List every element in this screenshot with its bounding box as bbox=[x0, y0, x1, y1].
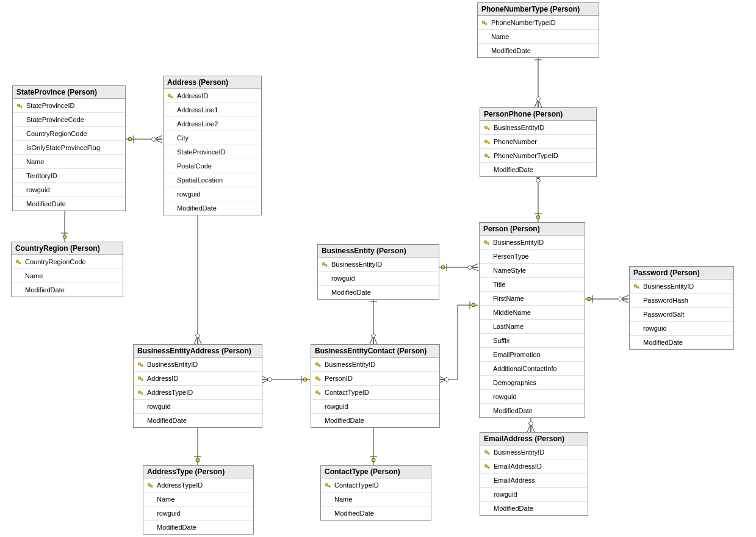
column-row[interactable]: rowguid bbox=[311, 400, 439, 414]
column-row[interactable]: ModifiedDate bbox=[321, 506, 431, 520]
column-row[interactable]: ModifiedDate bbox=[134, 414, 262, 427]
column-row[interactable]: BusinessEntityID bbox=[480, 236, 585, 250]
column-row[interactable]: rowguid bbox=[134, 400, 262, 414]
column-row[interactable]: Suffix bbox=[480, 334, 585, 348]
column-row[interactable]: Name bbox=[12, 269, 123, 283]
column-row[interactable]: ModifiedDate bbox=[478, 44, 599, 57]
column-row[interactable]: AddressTypeID bbox=[143, 478, 253, 492]
column-name: rowguid bbox=[147, 402, 171, 411]
column-row[interactable]: rowguid bbox=[318, 272, 439, 286]
entity-businessentityaddress[interactable]: BusinessEntityAddress (Person)BusinessEn… bbox=[133, 344, 262, 428]
column-row[interactable]: AddressLine1 bbox=[164, 103, 261, 117]
column-row[interactable]: CountryRegionCode bbox=[12, 255, 123, 269]
column-row[interactable]: rowguid bbox=[480, 390, 585, 404]
column-row[interactable]: Name bbox=[13, 155, 125, 169]
column-row[interactable]: BusinessEntityID bbox=[480, 445, 588, 460]
entity-password[interactable]: Password (Person)BusinessEntityIDPasswor… bbox=[629, 266, 734, 350]
column-row[interactable]: PasswordHash bbox=[630, 294, 733, 308]
column-row[interactable]: AdditionalContactInfo bbox=[480, 362, 585, 376]
entity-personphone[interactable]: PersonPhone (Person)BusinessEntityIDPhon… bbox=[480, 107, 597, 177]
column-row[interactable]: rowguid bbox=[630, 322, 733, 336]
column-row[interactable]: SpatialLocation bbox=[164, 173, 261, 187]
entity-emailaddress[interactable]: EmailAddress (Person)BusinessEntityIDEma… bbox=[480, 432, 588, 516]
column-row[interactable]: TerritoryID bbox=[13, 169, 125, 183]
column-name: PhoneNumber bbox=[494, 137, 537, 146]
column-row[interactable]: StateProvinceID bbox=[13, 99, 125, 113]
column-row[interactable]: MiddleName bbox=[480, 306, 585, 320]
entity-person[interactable]: Person (Person)BusinessEntityIDPersonTyp… bbox=[479, 222, 585, 418]
column-row[interactable]: ContactTypeID bbox=[321, 478, 431, 492]
column-row[interactable]: ModifiedDate bbox=[164, 201, 261, 215]
entity-title: ContactType (Person) bbox=[321, 466, 431, 478]
svg-rect-64 bbox=[486, 128, 489, 128]
column-row[interactable]: AddressTypeID bbox=[134, 386, 262, 400]
column-row[interactable]: StateProvinceID bbox=[164, 145, 261, 159]
column-row[interactable]: rowguid bbox=[143, 506, 253, 521]
column-row[interactable]: EmailPromotion bbox=[480, 348, 585, 362]
column-row[interactable]: IsOnlyStateProvinceFlag bbox=[13, 141, 125, 155]
column-row[interactable]: Name bbox=[143, 492, 253, 506]
column-row[interactable]: ModifiedDate bbox=[12, 283, 123, 297]
column-row[interactable]: ModifiedDate bbox=[480, 163, 596, 176]
column-row[interactable]: EmailAddressID bbox=[480, 460, 588, 474]
column-row[interactable]: ContactTypeID bbox=[311, 386, 439, 400]
column-row[interactable]: BusinessEntityID bbox=[311, 358, 439, 372]
column-row[interactable]: AddressID bbox=[134, 372, 262, 386]
svg-marker-23 bbox=[371, 333, 376, 338]
column-row[interactable]: ModifiedDate bbox=[311, 414, 439, 427]
column-row[interactable]: PhoneNumberTypeID bbox=[478, 16, 599, 30]
column-row[interactable]: Name bbox=[478, 30, 599, 44]
column-row[interactable]: NameStyle bbox=[480, 264, 585, 278]
entity-addresstype[interactable]: AddressType (Person)AddressTypeIDNamerow… bbox=[143, 465, 254, 535]
entity-address[interactable]: Address (Person)AddressIDAddressLine1Add… bbox=[163, 76, 262, 215]
column-row[interactable]: City bbox=[164, 131, 261, 145]
column-row[interactable]: PersonID bbox=[311, 372, 439, 386]
entity-phonenumbertype[interactable]: PhoneNumberType (Person)PhoneNumberTypeI… bbox=[477, 2, 599, 58]
column-name: EmailAddress bbox=[494, 476, 535, 485]
column-row[interactable]: rowguid bbox=[164, 187, 261, 201]
column-row[interactable]: ModifiedDate bbox=[480, 404, 585, 417]
column-row[interactable]: ModifiedDate bbox=[143, 521, 253, 534]
column-name: rowguid bbox=[325, 402, 348, 411]
column-row[interactable]: Name bbox=[321, 492, 431, 506]
entity-businessentity[interactable]: BusinessEntity (Person)BusinessEntityIDr… bbox=[317, 244, 439, 300]
column-row[interactable]: AddressLine2 bbox=[164, 117, 261, 131]
primary-key-icon bbox=[166, 92, 175, 100]
column-row[interactable]: BusinessEntityID bbox=[480, 121, 596, 135]
column-row[interactable]: StateProvinceCode bbox=[13, 113, 125, 127]
column-row[interactable]: Demographics bbox=[480, 376, 585, 390]
column-row[interactable]: rowguid bbox=[13, 183, 125, 197]
column-row[interactable]: PostalCode bbox=[164, 159, 261, 173]
entity-businessentitycontact[interactable]: BusinessEntityContact (Person)BusinessEn… bbox=[311, 344, 440, 428]
column-name: AddressID bbox=[177, 92, 208, 100]
column-row[interactable]: AddressID bbox=[164, 89, 261, 103]
column-row[interactable]: BusinessEntityID bbox=[630, 279, 733, 294]
column-row[interactable]: ModifiedDate bbox=[318, 286, 439, 299]
entity-countryregion[interactable]: CountryRegion (Person)CountryRegionCodeN… bbox=[11, 242, 123, 297]
column-row[interactable]: ModifiedDate bbox=[480, 502, 588, 515]
column-row[interactable]: Title bbox=[480, 278, 585, 292]
column-row[interactable]: PhoneNumber bbox=[480, 135, 596, 149]
column-row[interactable]: rowguid bbox=[480, 488, 588, 502]
primary-key-icon bbox=[146, 481, 154, 489]
column-row[interactable]: ModifiedDate bbox=[13, 197, 125, 211]
column-row[interactable]: BusinessEntityID bbox=[318, 258, 439, 272]
column-row[interactable]: FirstName bbox=[480, 292, 585, 306]
column-row[interactable]: CountryRegionCode bbox=[13, 127, 125, 141]
column-row[interactable]: PasswordSalt bbox=[630, 308, 733, 322]
column-row[interactable]: PersonType bbox=[480, 250, 585, 264]
column-row[interactable]: PhoneNumberTypeID bbox=[480, 149, 596, 163]
svg-rect-95 bbox=[319, 366, 320, 367]
svg-rect-62 bbox=[171, 97, 172, 98]
column-row[interactable]: ModifiedDate bbox=[630, 336, 733, 349]
primary-key-icon bbox=[314, 388, 322, 397]
column-row[interactable]: EmailAddress bbox=[480, 474, 588, 488]
column-row[interactable]: LastName bbox=[480, 320, 585, 334]
column-row[interactable]: BusinessEntityID bbox=[134, 358, 262, 372]
entity-contacttype[interactable]: ContactType (Person)ContactTypeIDNameMod… bbox=[320, 465, 431, 521]
svg-rect-59 bbox=[21, 107, 21, 108]
entity-stateprovince[interactable]: StateProvince (Person)StateProvinceIDSta… bbox=[12, 85, 126, 211]
svg-rect-101 bbox=[319, 394, 320, 395]
column-name: FirstName bbox=[493, 294, 524, 303]
er-diagram-canvas: .line { stroke:#333; stroke-width:1; fil… bbox=[0, 0, 756, 537]
